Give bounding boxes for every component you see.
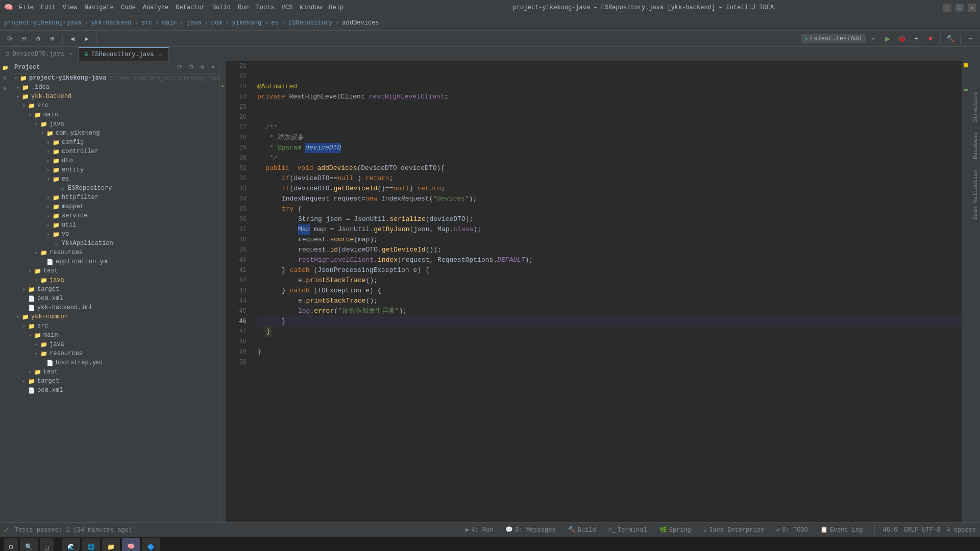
- menu-run[interactable]: Run: [238, 4, 249, 11]
- project-header-collapse[interactable]: ⊟: [189, 63, 193, 71]
- menu-edit[interactable]: Edit: [41, 4, 56, 11]
- build-button[interactable]: 🔨: [944, 32, 957, 45]
- tree-item-main[interactable]: ▾ 📁 main: [10, 110, 219, 119]
- run-button[interactable]: ▶: [881, 32, 894, 45]
- tree-item-test[interactable]: ▾ 📁 test: [10, 266, 219, 276]
- close-button[interactable]: ✕: [968, 4, 976, 12]
- expand-button[interactable]: ⊞: [46, 32, 59, 45]
- tree-item-java-common[interactable]: ▾ 📁 java: [10, 340, 219, 349]
- tree-item-dto[interactable]: ▸ 📁 dto: [10, 156, 219, 165]
- project-header-close[interactable]: ✕: [211, 63, 215, 71]
- tree-item-ykk-backend[interactable]: ▾ 📁 ykk-backend: [10, 92, 219, 101]
- search-button[interactable]: 🔍: [20, 538, 38, 551]
- breadcrumb-com[interactable]: com: [211, 19, 223, 27]
- breadcrumb-yikekong[interactable]: yikekong: [232, 19, 262, 27]
- breadcrumb-project[interactable]: project-yikekong-java: [4, 19, 81, 27]
- tab-esrepository-close[interactable]: ✕: [159, 52, 162, 58]
- tree-item-iml[interactable]: ▸ 📄 ykk-backend.iml: [10, 303, 219, 312]
- menu-tools[interactable]: Tools: [256, 4, 275, 11]
- breadcrumb-ykk-backend[interactable]: ykk-backend: [91, 19, 131, 27]
- tree-item-idea[interactable]: ▸ 📁 .idea: [10, 83, 219, 92]
- breadcrumb-java[interactable]: java: [187, 19, 202, 27]
- collapse-button[interactable]: ⊟: [17, 32, 31, 45]
- tree-item-es[interactable]: ▾ 📁 es: [10, 174, 219, 184]
- tree-item-java-main[interactable]: ▾ 📁 java: [10, 119, 219, 129]
- status-tab-terminal[interactable]: >_ Terminal: [605, 523, 650, 537]
- run-with-coverage[interactable]: ☂: [910, 32, 923, 45]
- chrome-button[interactable]: 🌐: [82, 538, 100, 551]
- tree-item-src[interactable]: ▾ 📁 src: [10, 101, 219, 110]
- menu-refactor[interactable]: Refactor: [176, 4, 205, 11]
- status-tab-java-enterprise[interactable]: ☕ Java Enterprise: [700, 523, 767, 537]
- tree-item-esrepository[interactable]: ▸ ☕ ESRepository: [10, 184, 219, 193]
- menu-build[interactable]: Build: [212, 4, 231, 11]
- sidebar-label-bean-validation[interactable]: Bean Validation: [972, 169, 978, 220]
- intellij-button[interactable]: 🧠: [122, 538, 140, 551]
- menu-navigate[interactable]: Navigate: [84, 4, 114, 11]
- tree-item-controller[interactable]: ▸ 📁 controller: [10, 147, 219, 156]
- left-icon-1[interactable]: 📁: [1, 63, 10, 72]
- breadcrumb-esrepository[interactable]: ESRepository: [288, 19, 332, 27]
- tree-item-target[interactable]: ▸ 📁 target: [10, 285, 219, 294]
- menu-code[interactable]: Code: [121, 4, 136, 11]
- status-tab-event-log[interactable]: 📋 Event Log: [817, 523, 866, 537]
- tree-item-project-root[interactable]: ▾ 📁 project-yikekong-java E:\ykk_code\pr…: [10, 73, 219, 83]
- breadcrumb-adddevices[interactable]: addDevices: [342, 19, 379, 27]
- sidebar-label-structure[interactable]: Structure: [972, 92, 978, 122]
- tree-item-src-common[interactable]: ▾ 📁 src: [10, 321, 219, 331]
- tree-item-config[interactable]: ▸ 📁 config: [10, 138, 219, 147]
- back-button[interactable]: ◀: [66, 32, 79, 45]
- tree-item-main-common[interactable]: ▾ 📁 main: [10, 331, 219, 340]
- status-tab-messages[interactable]: 💬 0: Messages: [502, 523, 558, 537]
- edge-button[interactable]: 🌊: [62, 538, 80, 551]
- tree-item-resources-common[interactable]: ▾ 📁 resources: [10, 349, 219, 358]
- status-tab-build[interactable]: 🔨 Build: [565, 523, 599, 537]
- status-tab-todo[interactable]: ✔ 6: TODO: [773, 523, 811, 537]
- minimize-button[interactable]: ─: [943, 4, 951, 12]
- tab-esrepository[interactable]: E ESRepository.java ✕: [79, 47, 168, 61]
- left-icon-2[interactable]: ⊕: [1, 73, 10, 83]
- forward-button[interactable]: ▶: [80, 32, 93, 45]
- code-content[interactable]: @Autowired private RestHighLevelClient r…: [251, 61, 962, 522]
- tree-item-service[interactable]: ▸ 📁 service: [10, 211, 219, 220]
- tree-item-resources[interactable]: ▾ 📁 resources: [10, 248, 219, 257]
- settings-button[interactable]: ⚙: [32, 32, 45, 45]
- breadcrumb-src[interactable]: src: [141, 19, 153, 27]
- maximize-button[interactable]: □: [955, 4, 964, 12]
- run-config-dropdown[interactable]: ▾: [867, 32, 880, 45]
- project-header-sync[interactable]: ⟳: [177, 63, 182, 71]
- tree-item-mapper[interactable]: ▸ 📁 mapper: [10, 202, 219, 211]
- project-sync-button[interactable]: ⟳: [3, 32, 16, 45]
- menu-view[interactable]: View: [63, 4, 78, 11]
- menu-vcs[interactable]: VCS: [282, 4, 293, 11]
- status-tab-run[interactable]: ▶ 4: Run: [462, 523, 496, 537]
- tree-item-pom-backend[interactable]: ▸ 📄 pom.xml: [10, 294, 219, 303]
- stop-button[interactable]: ■: [924, 32, 937, 45]
- tree-item-java-test[interactable]: ▾ 📁 java: [10, 276, 219, 285]
- code-editor[interactable]: ●: [219, 61, 980, 522]
- another-app[interactable]: 🔷: [142, 538, 160, 551]
- debug-button[interactable]: 🐞: [895, 32, 909, 45]
- tree-item-ykk-common[interactable]: ▾ 📁 ykk-common: [10, 312, 219, 321]
- project-header-settings[interactable]: ⚙: [201, 63, 204, 71]
- left-icon-3[interactable]: ⊗: [1, 84, 10, 93]
- tree-item-bootstrap-yml[interactable]: ▸ 📄 bootstrap.yml: [10, 358, 219, 367]
- more-tools-button[interactable]: ⋯: [964, 32, 977, 45]
- explorer-button[interactable]: 📁: [102, 538, 120, 551]
- tree-item-target-common[interactable]: ▸ 📁 target: [10, 377, 219, 386]
- task-view-button[interactable]: ❑: [40, 538, 54, 551]
- tree-item-pom-common[interactable]: ▸ 📄 pom.xml: [10, 386, 219, 395]
- tree-item-httpfilter[interactable]: ▸ 📁 httpfilter: [10, 193, 219, 202]
- menu-help[interactable]: Help: [329, 4, 344, 11]
- menu-window[interactable]: Window: [300, 4, 322, 11]
- tree-item-com-yikekong[interactable]: ▾ 📁 com.yikekong: [10, 129, 219, 138]
- menu-analyze[interactable]: Analyze: [143, 4, 168, 11]
- tree-item-vo[interactable]: ▸ 📁 vo: [10, 230, 219, 239]
- breadcrumb-es[interactable]: es: [271, 19, 278, 27]
- tab-devicedto-close[interactable]: ✕: [69, 51, 72, 57]
- menu-file[interactable]: File: [19, 4, 34, 11]
- sidebar-label-database[interactable]: Database: [972, 132, 978, 159]
- start-button[interactable]: ⊞: [4, 538, 18, 551]
- tab-devicedto[interactable]: D DeviceDTO.java ✕: [0, 47, 79, 61]
- tree-item-test-common[interactable]: ▸ 📁 test: [10, 367, 219, 377]
